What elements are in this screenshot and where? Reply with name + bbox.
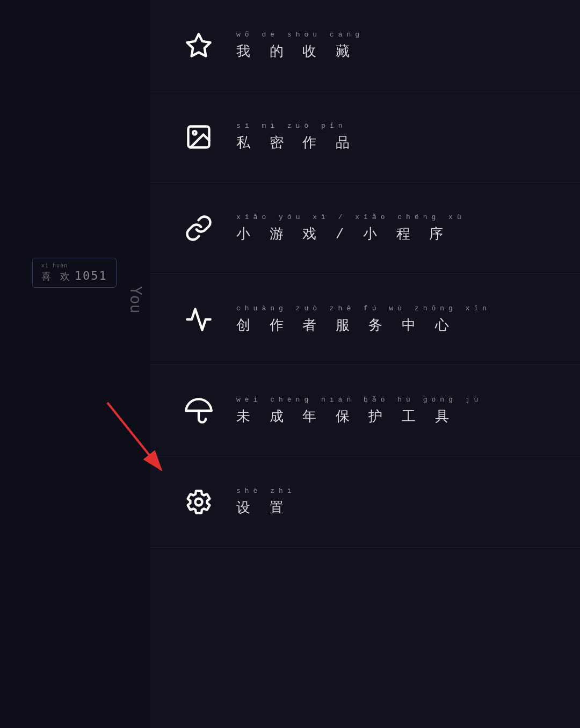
favorites-chinese: 我 的 收 藏 bbox=[236, 42, 364, 61]
you-label: You bbox=[127, 286, 144, 314]
menu-item-minor-protection[interactable]: wèi chéng nián bǎo hù gōng jù 未 成 年 保 护 … bbox=[150, 365, 580, 456]
settings-text: shè zhì 设 置 bbox=[236, 487, 296, 517]
mini-games-text: xiǎo yóu xì / xiǎo chéng xù 小 游 戏 / 小 程 … bbox=[236, 213, 466, 243]
private-works-chinese: 私 密 作 品 bbox=[236, 133, 355, 152]
chart-icon bbox=[183, 303, 215, 336]
main-content: wǒ de shōu cáng 我 的 收 藏 sī mì zuò pǐn 私 … bbox=[150, 0, 580, 728]
favorites-pinyin: wǒ de shōu cáng bbox=[236, 30, 364, 39]
minor-protection-pinyin: wèi chéng nián bǎo hù gōng jù bbox=[236, 395, 482, 404]
favorites-text: wǒ de shōu cáng 我 的 收 藏 bbox=[236, 30, 364, 61]
menu-item-mini-games[interactable]: xiǎo yóu xì / xiǎo chéng xù 小 游 戏 / 小 程 … bbox=[150, 183, 580, 274]
settings-chinese: 设 置 bbox=[236, 498, 296, 517]
settings-pinyin: shè zhì bbox=[236, 487, 296, 495]
svg-marker-0 bbox=[187, 34, 210, 56]
menu-item-private-works[interactable]: sī mì zuò pǐn 私 密 作 品 bbox=[150, 91, 580, 183]
likes-pinyin-label: xǐ huān bbox=[41, 263, 107, 269]
menu-item-settings[interactable]: shè zhì 设 置 bbox=[150, 456, 580, 548]
creator-center-chinese: 创 作 者 服 务 中 心 bbox=[236, 316, 491, 334]
likes-count: 1051 bbox=[75, 269, 107, 282]
umbrella-icon bbox=[183, 395, 215, 427]
left-panel bbox=[0, 0, 150, 728]
mini-games-pinyin: xiǎo yóu xì / xiǎo chéng xù bbox=[236, 213, 466, 221]
gear-icon bbox=[183, 486, 215, 518]
likes-chinese-label: 喜 欢 bbox=[41, 270, 71, 283]
menu-item-creator-center[interactable]: chuàng zuò zhě fú wù zhōng xīn 创 作 者 服 务… bbox=[150, 274, 580, 365]
image-icon bbox=[183, 121, 215, 153]
likes-badge: xǐ huān 喜 欢 1051 bbox=[32, 258, 117, 288]
link-icon bbox=[183, 212, 215, 244]
private-works-text: sī mì zuò pǐn 私 密 作 品 bbox=[236, 121, 355, 152]
private-works-pinyin: sī mì zuò pǐn bbox=[236, 121, 355, 130]
menu-item-favorites[interactable]: wǒ de shōu cáng 我 的 收 藏 bbox=[150, 0, 580, 91]
svg-point-5 bbox=[195, 498, 202, 505]
creator-center-pinyin: chuàng zuò zhě fú wù zhōng xīn bbox=[236, 304, 491, 312]
minor-protection-text: wèi chéng nián bǎo hù gōng jù 未 成 年 保 护 … bbox=[236, 395, 482, 426]
svg-point-2 bbox=[193, 131, 197, 135]
star-icon bbox=[183, 30, 215, 62]
creator-center-text: chuàng zuò zhě fú wù zhōng xīn 创 作 者 服 务… bbox=[236, 304, 491, 334]
mini-games-chinese: 小 游 戏 / 小 程 序 bbox=[236, 224, 466, 243]
minor-protection-chinese: 未 成 年 保 护 工 具 bbox=[236, 407, 482, 426]
